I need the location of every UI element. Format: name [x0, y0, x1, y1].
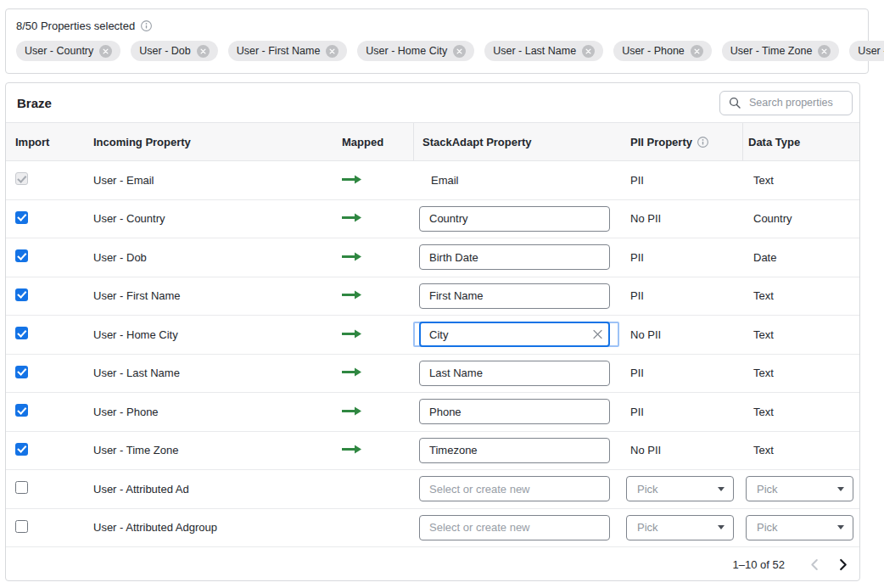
- table-row: User - Attributed AdgroupPickPick: [6, 509, 859, 548]
- column-header-mapped: Mapped: [333, 136, 413, 148]
- table-cell: [413, 322, 625, 347]
- table-cell: [333, 174, 413, 187]
- stackadapt-property-input-wrap: [419, 476, 610, 501]
- table-cell: [6, 288, 93, 304]
- arrow-right-icon: [342, 252, 362, 261]
- table-cell: Email: [413, 174, 625, 187]
- pii-select[interactable]: Pick: [626, 515, 734, 540]
- pagination-next-button[interactable]: [839, 558, 848, 571]
- info-icon[interactable]: [141, 20, 152, 31]
- pagination-range: 1–10 of 52: [733, 558, 785, 571]
- import-checkbox[interactable]: [15, 366, 28, 378]
- property-mapping-table: Braze Import Incoming Property Mapped St…: [5, 82, 860, 581]
- table-cell: User - Country: [93, 212, 333, 225]
- table-cell: User - Attributed Adgroup: [93, 521, 333, 534]
- column-header-stackadapt-property: StackAdapt Property: [413, 123, 625, 160]
- data-type-select[interactable]: Pick: [746, 476, 853, 501]
- table-cell: [333, 367, 413, 379]
- stackadapt-property-input[interactable]: [419, 515, 610, 540]
- table-cell: PII: [625, 251, 742, 264]
- arrow-right-icon: [342, 406, 362, 416]
- arrow-right-icon: [342, 329, 362, 339]
- pagination-prev-button: [810, 558, 819, 571]
- arrow-right-icon: [342, 213, 362, 222]
- stackadapt-property-input[interactable]: [419, 438, 610, 463]
- arrow-right-icon: [342, 175, 362, 184]
- table-cell: User - Time Zone: [93, 444, 333, 456]
- table-title: Braze: [17, 96, 52, 110]
- stackadapt-property-input[interactable]: [419, 476, 610, 501]
- table-row: User - CountryNo PIICountry: [6, 200, 859, 239]
- stackadapt-property-input-wrap: [419, 322, 610, 347]
- table-cell: Text: [742, 174, 859, 187]
- remove-chip-icon[interactable]: [453, 45, 466, 58]
- stackadapt-property-input-wrap: [419, 283, 610, 309]
- remove-chip-icon[interactable]: [99, 45, 112, 58]
- arrow-right-icon: [342, 367, 362, 377]
- remove-chip-icon[interactable]: [818, 45, 831, 58]
- stackadapt-property-input[interactable]: [419, 206, 610, 232]
- import-checkbox[interactable]: [15, 288, 28, 301]
- remove-chip-icon[interactable]: [582, 45, 595, 58]
- table-cell: [6, 211, 93, 227]
- table-cell: [413, 361, 625, 386]
- table-cell: Pick: [742, 476, 859, 501]
- import-checkbox[interactable]: [15, 404, 28, 417]
- table-cell: PII: [625, 174, 742, 187]
- table-cell: User - Phone: [93, 406, 333, 418]
- table-header-row: Import Incoming Property Mapped StackAda…: [6, 122, 859, 161]
- pii-select[interactable]: Pick: [626, 476, 734, 501]
- chip-label: User - Time Zone: [730, 45, 813, 57]
- data-type-value: Text: [753, 444, 774, 456]
- chip-label: User - Last Name: [493, 45, 576, 57]
- remove-chip-icon[interactable]: [197, 45, 210, 58]
- pii-value: PII: [630, 367, 644, 379]
- chip-label: User - Email: [858, 45, 884, 57]
- table-cell: [333, 328, 413, 341]
- remove-chip-icon[interactable]: [326, 45, 338, 58]
- clear-input-icon[interactable]: [593, 330, 602, 339]
- stackadapt-property-input[interactable]: [419, 399, 610, 424]
- selection-summary: 8/50 Properties selected: [16, 20, 135, 32]
- data-type-select[interactable]: Pick: [746, 515, 853, 540]
- info-icon[interactable]: [697, 137, 708, 148]
- table-body: User - EmailEmailPIITextUser - CountryNo…: [6, 161, 859, 547]
- table-cell: [6, 404, 93, 419]
- table-cell: User - First Name: [93, 289, 333, 302]
- incoming-property-label: User - Phone: [93, 406, 159, 418]
- table-cell: Text: [742, 289, 859, 302]
- pii-value: No PII: [630, 444, 661, 456]
- incoming-property-label: User - Attributed Adgroup: [93, 521, 217, 534]
- stackadapt-property-input[interactable]: [419, 361, 610, 386]
- import-checkbox[interactable]: [15, 443, 28, 456]
- column-header-incoming-property: Incoming Property: [93, 136, 333, 148]
- data-type-select-value: Pick: [757, 483, 778, 496]
- pii-property-header-label: PII Property: [630, 136, 692, 148]
- import-checkbox[interactable]: [15, 327, 28, 339]
- stackadapt-property-input[interactable]: [419, 322, 610, 347]
- stackadapt-property-input[interactable]: [419, 283, 610, 309]
- remove-chip-icon[interactable]: [691, 45, 703, 58]
- stackadapt-property-value: Email: [419, 174, 459, 187]
- search-input[interactable]: [747, 96, 843, 109]
- import-checkbox[interactable]: [15, 520, 28, 533]
- stackadapt-property-input-wrap: [419, 206, 610, 232]
- incoming-property-label: User - Dob: [93, 251, 147, 264]
- table-cell: [413, 515, 625, 540]
- table-cell: Country: [742, 212, 859, 225]
- stackadapt-property-input[interactable]: [419, 244, 610, 270]
- data-type-value: Country: [753, 212, 792, 225]
- table-cell: User - Home City: [93, 328, 333, 341]
- incoming-property-label: User - Email: [93, 174, 154, 187]
- table-cell: [333, 406, 413, 418]
- chip-label: User - Phone: [622, 45, 685, 57]
- table-row: User - First NamePIIText: [6, 277, 859, 316]
- incoming-property-label: User - First Name: [93, 289, 181, 302]
- table-cell: PII: [625, 406, 742, 418]
- table-row: User - Last NamePIIText: [6, 355, 859, 394]
- arrow-right-icon: [342, 445, 362, 454]
- import-checkbox[interactable]: [15, 249, 28, 262]
- import-checkbox[interactable]: [15, 481, 28, 494]
- table-cell: [6, 327, 93, 342]
- import-checkbox[interactable]: [15, 211, 28, 224]
